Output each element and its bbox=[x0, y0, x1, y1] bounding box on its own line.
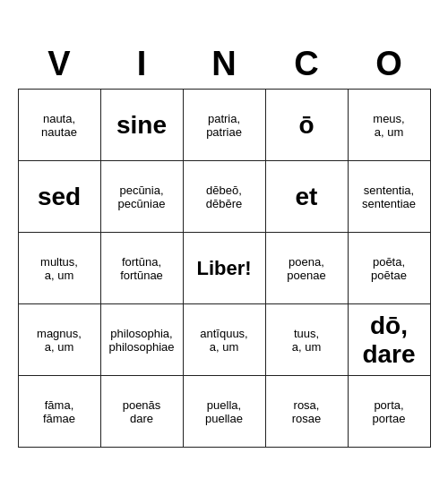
cell-text: nauta, bbox=[43, 112, 75, 125]
bingo-grid: nauta,nautaesinepatria,patriaeōmeus,a, u… bbox=[18, 89, 431, 448]
header-row: VINCO bbox=[18, 39, 430, 89]
cell-text: antīquus, bbox=[200, 327, 248, 340]
cell-text: pecūniae bbox=[118, 197, 166, 210]
cell-text: patriae bbox=[206, 125, 242, 139]
bingo-cell: poēta,poētae bbox=[348, 233, 430, 304]
cell-text: fortūnae bbox=[120, 269, 163, 282]
cell-text: tuus, bbox=[294, 327, 319, 340]
bingo-cell: tuus,a, um bbox=[265, 304, 348, 376]
bingo-cell: ō bbox=[265, 90, 348, 161]
bingo-cell: puella,puellae bbox=[183, 376, 265, 448]
bingo-cell: dēbeō,dēbēre bbox=[183, 161, 265, 233]
cell-text: dare bbox=[130, 412, 153, 425]
bingo-cell: sed bbox=[18, 161, 100, 233]
cell-text: dō, bbox=[370, 312, 408, 339]
cell-text: portae bbox=[373, 412, 406, 425]
bingo-cell: poena,poenae bbox=[265, 233, 348, 304]
cell-text: poena, bbox=[289, 255, 324, 269]
bingo-cell: antīquus,a, um bbox=[183, 304, 265, 376]
bingo-cell: multus,a, um bbox=[18, 233, 100, 304]
header-letter: O bbox=[348, 39, 430, 89]
cell-text: fāma, bbox=[45, 398, 74, 412]
cell-text: puellae bbox=[205, 412, 243, 425]
cell-text: porta, bbox=[374, 398, 403, 412]
cell-text: dēbeō, bbox=[206, 184, 242, 197]
cell-text: philosophiae bbox=[108, 340, 174, 354]
bingo-cell: fāma,fāmae bbox=[18, 376, 100, 448]
cell-text: puella, bbox=[207, 398, 241, 412]
cell-text: ō bbox=[298, 111, 314, 139]
bingo-cell: rosa,rosae bbox=[265, 376, 348, 448]
cell-text: a, um bbox=[210, 340, 239, 354]
cell-text: poēta, bbox=[373, 255, 405, 269]
header-letter: N bbox=[183, 39, 265, 89]
cell-text: a, um bbox=[292, 340, 322, 354]
cell-text: a, um bbox=[45, 269, 74, 282]
header-letter: I bbox=[100, 39, 183, 89]
cell-text: philosophia, bbox=[110, 327, 172, 340]
cell-text: poenās bbox=[123, 398, 161, 412]
bingo-cell: poenāsdare bbox=[100, 376, 183, 448]
bingo-cell: sine bbox=[100, 90, 183, 161]
cell-text: rosae bbox=[292, 412, 322, 425]
cell-text: a, um bbox=[45, 340, 74, 354]
bingo-cell: et bbox=[265, 161, 348, 233]
cell-text: multus, bbox=[40, 255, 78, 269]
bingo-cell: dō,dare bbox=[348, 304, 430, 376]
bingo-cell: pecūnia,pecūniae bbox=[100, 161, 183, 233]
bingo-cell: fortūna,fortūnae bbox=[100, 233, 183, 304]
bingo-cell: porta,portae bbox=[348, 376, 430, 448]
bingo-cell: magnus,a, um bbox=[18, 304, 100, 376]
cell-text: sententia, bbox=[364, 184, 414, 197]
cell-text: a, um bbox=[375, 125, 404, 139]
cell-text: pecūnia, bbox=[119, 184, 163, 197]
cell-text: dēbēre bbox=[206, 197, 242, 210]
bingo-cell: Liber! bbox=[183, 233, 265, 304]
cell-text: dare bbox=[362, 340, 415, 368]
header-letter: V bbox=[18, 39, 100, 89]
bingo-cell: nauta,nautae bbox=[18, 90, 100, 161]
cell-text: sine bbox=[116, 111, 167, 139]
bingo-cell: meus,a, um bbox=[348, 90, 430, 161]
cell-text: meus, bbox=[373, 112, 404, 125]
cell-text: poētae bbox=[371, 269, 407, 282]
bingo-cell: philosophia,philosophiae bbox=[100, 304, 183, 376]
cell-text: rosa, bbox=[294, 398, 320, 412]
cell-text: poenae bbox=[287, 269, 325, 282]
cell-text: magnus, bbox=[37, 327, 82, 340]
header-letter: C bbox=[265, 39, 348, 89]
bingo-cell: sententia,sententiae bbox=[348, 161, 430, 233]
cell-text: patria, bbox=[208, 112, 240, 125]
bingo-card: VINCO nauta,nautaesinepatria,patriaeōmeu… bbox=[18, 39, 431, 448]
cell-text: sed bbox=[38, 183, 81, 210]
bingo-cell: patria,patriae bbox=[183, 90, 265, 161]
cell-text: et bbox=[296, 183, 318, 210]
cell-text: fortūna, bbox=[122, 255, 161, 269]
cell-text: fāmae bbox=[43, 412, 75, 425]
cell-text: sententiae bbox=[362, 197, 416, 210]
cell-text: Liber! bbox=[196, 257, 251, 279]
cell-text: nautae bbox=[41, 125, 77, 139]
